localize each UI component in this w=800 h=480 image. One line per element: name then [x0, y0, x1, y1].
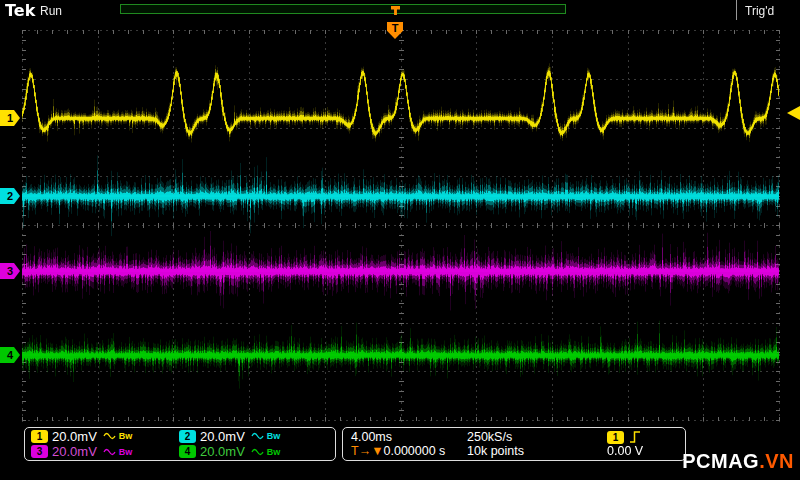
- acquisition-status: Run: [40, 4, 62, 18]
- ch1-badge: 1: [31, 430, 48, 443]
- ch3-coupling-group: Bw: [103, 447, 133, 457]
- trigger-status: Trig'd: [745, 4, 774, 18]
- ch3-scale: 20.0mV: [52, 444, 97, 459]
- acquisition-column: 250kS/s 10k points: [467, 430, 587, 458]
- ch4-coupling-group: Bw: [251, 447, 281, 457]
- tek-logo: Tek: [5, 1, 35, 20]
- ac-sine-icon: [251, 447, 264, 457]
- ch4-scale: 20.0mV: [200, 444, 245, 459]
- trigger-level: 0.00 V: [607, 444, 643, 458]
- bandwidth-limit-icon: Bw: [119, 447, 133, 457]
- ch2-scale: 20.0mV: [200, 429, 245, 444]
- ac-sine-icon: [103, 447, 116, 457]
- trigger-column: 1 0.00 V: [607, 430, 677, 458]
- trigger-time-marker-icon: T→▼: [351, 444, 384, 458]
- ch2-badge: 2: [179, 430, 196, 443]
- topbar-divider: [736, 0, 737, 20]
- ac-sine-icon: [103, 431, 116, 441]
- readout-row-1: 1 20.0mV Bw 2 20.0mV Bw: [31, 429, 329, 444]
- timebase-column: 4.00ms T→▼0.000000 s: [351, 430, 467, 458]
- watermark-brand: PCMAG: [682, 450, 759, 472]
- waveform-display[interactable]: [0, 0, 800, 480]
- ch4-readout[interactable]: 4 20.0mV Bw: [179, 444, 327, 459]
- watermark: PCMAG.VN: [682, 450, 794, 473]
- rising-edge-icon: [629, 430, 641, 444]
- sample-rate: 250kS/s: [467, 430, 587, 444]
- ch4-badge: 4: [179, 445, 196, 458]
- record-length: 10k points: [467, 444, 587, 458]
- ch3-readout[interactable]: 3 20.0mV Bw: [31, 444, 179, 459]
- bandwidth-limit-icon: Bw: [119, 431, 133, 441]
- ch2-readout[interactable]: 2 20.0mV Bw: [179, 429, 327, 444]
- watermark-suffix: .VN: [759, 450, 794, 472]
- ch1-readout[interactable]: 1 20.0mV Bw: [31, 429, 179, 444]
- vertical-readouts[interactable]: 1 20.0mV Bw 2 20.0mV Bw 3 20.0mV Bw: [24, 427, 336, 461]
- ch1-scale: 20.0mV: [52, 429, 97, 444]
- timebase: 4.00ms: [351, 430, 467, 444]
- trigger-source: 1: [607, 430, 641, 444]
- record-view-bar: [120, 4, 566, 14]
- bandwidth-limit-icon: Bw: [267, 431, 281, 441]
- trigger-source-badge: 1: [607, 431, 624, 444]
- ch3-badge: 3: [31, 445, 48, 458]
- trigger-time: T→▼0.000000 s: [351, 444, 467, 458]
- bandwidth-limit-icon: Bw: [267, 447, 281, 457]
- ac-sine-icon: [251, 431, 264, 441]
- horizontal-trigger-readouts[interactable]: 4.00ms T→▼0.000000 s 250kS/s 10k points …: [342, 427, 686, 461]
- readout-row-2: 3 20.0mV Bw 4 20.0mV Bw: [31, 444, 329, 459]
- ch2-coupling-group: Bw: [251, 431, 281, 441]
- trigger-time-value: 0.000000 s: [384, 444, 446, 458]
- ch1-coupling-group: Bw: [103, 431, 133, 441]
